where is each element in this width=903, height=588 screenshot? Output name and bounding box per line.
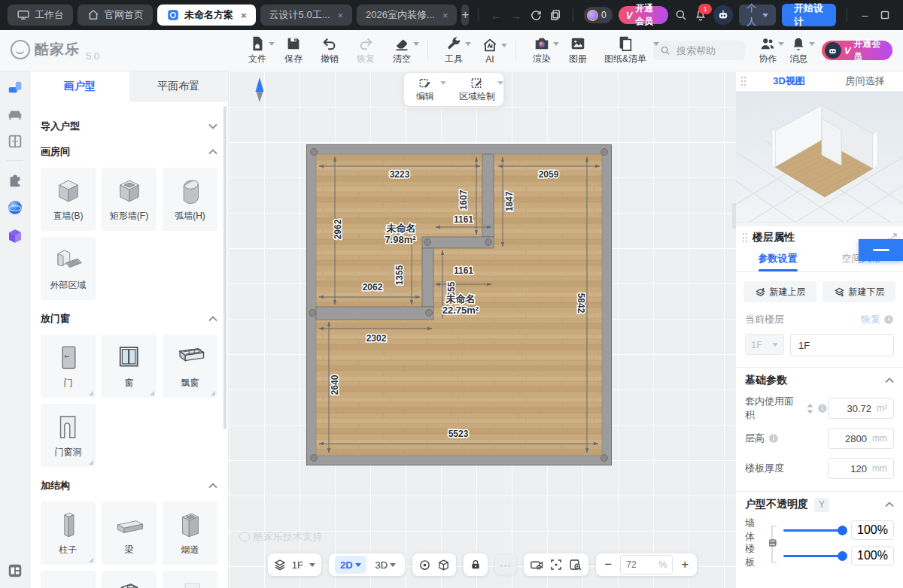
clear-button[interactable]: 清空 xyxy=(385,35,418,65)
tab-parameter-settings[interactable]: 参数设置 xyxy=(736,249,819,271)
item-opening[interactable]: 门窗洞 xyxy=(41,404,96,467)
rail-sphere-tool[interactable] xyxy=(6,199,24,217)
album-button[interactable]: 图册 xyxy=(561,35,594,65)
item-door[interactable]: 门 xyxy=(41,335,96,398)
tab-draw-floorplan[interactable]: 画户型 xyxy=(30,71,129,102)
item-outdoor-area[interactable]: 外部区域 xyxy=(41,237,96,300)
messages-button[interactable]: 消息 xyxy=(783,35,814,65)
rail-layout-panel-button[interactable] xyxy=(7,562,23,579)
window-close-button[interactable]: ✕ xyxy=(899,9,903,21)
floor-select[interactable]: 1F xyxy=(745,334,784,355)
rail-cabinet-tool[interactable] xyxy=(7,133,23,150)
back-button[interactable]: ← xyxy=(489,9,503,22)
section-add-structure[interactable]: 加结构 xyxy=(41,474,217,497)
search-input[interactable] xyxy=(675,44,738,57)
tab-room-select[interactable]: 房间选择 xyxy=(827,74,903,88)
drag-handle-icon[interactable] xyxy=(742,232,748,243)
left-panel-scrollbar[interactable] xyxy=(223,106,227,429)
wall-opacity-slider[interactable] xyxy=(783,529,845,532)
rail-furniture-tool[interactable] xyxy=(7,106,23,123)
tab-3d-view[interactable]: 3D视图 xyxy=(751,74,827,88)
rail-purple-tool[interactable] xyxy=(6,227,24,245)
section-doors-windows[interactable]: 放门窗 xyxy=(41,308,217,330)
redo-button[interactable]: 恢复 xyxy=(349,35,382,65)
item-straight-wall[interactable]: 直墙(B) xyxy=(41,168,96,231)
drag-handle-icon[interactable] xyxy=(740,76,746,86)
tools-menu-button[interactable]: 工具 xyxy=(437,35,470,65)
item-arc-wall[interactable]: 弧墙(H) xyxy=(163,168,217,231)
section-import-floorplan[interactable]: 导入户型 xyxy=(41,115,217,138)
cube-view-button[interactable] xyxy=(437,559,450,571)
item-rect-wall[interactable]: 矩形墙(F) xyxy=(102,168,157,231)
orbit-view-button[interactable] xyxy=(418,559,431,571)
edit-mode-button[interactable]: 编辑 xyxy=(407,77,443,103)
item-pipe-wrap[interactable]: 包管 xyxy=(102,571,157,588)
sheets-lists-button[interactable]: 图纸&清单 xyxy=(597,35,653,65)
zoom-to-page-button[interactable] xyxy=(569,558,582,571)
design-canvas[interactable]: 编辑 区域绘制 xyxy=(229,71,736,588)
item-bay-window[interactable]: 飘窗 xyxy=(163,335,217,398)
start-design-button[interactable]: 开始设计 xyxy=(782,4,836,26)
item-cast-platform[interactable]: 现浇台 xyxy=(163,571,217,588)
mode-3d-button[interactable]: 3D xyxy=(372,559,400,571)
account-menu[interactable]: 个人 xyxy=(739,5,776,26)
zoom-out-button[interactable]: − xyxy=(602,557,614,572)
member-upgrade-pill[interactable]: V 开通会员 xyxy=(822,41,892,60)
search-button[interactable] xyxy=(674,8,688,22)
notifications-button[interactable]: 1 xyxy=(694,8,707,22)
window-maximize-button[interactable] xyxy=(878,8,893,22)
slider-knob[interactable] xyxy=(838,526,847,535)
new-lower-floor-button[interactable]: 新建下层 xyxy=(822,281,895,302)
tab-untitled-plan[interactable]: 未命名方案 × xyxy=(157,5,256,26)
item-flue[interactable]: 烟道 xyxy=(163,502,217,565)
floor-name-input[interactable]: 1F xyxy=(790,334,894,356)
item-column[interactable]: 柱子 xyxy=(41,502,96,565)
rail-plugins-tool[interactable] xyxy=(7,171,23,188)
help-search[interactable] xyxy=(653,41,745,60)
collaborate-button[interactable]: 协作 xyxy=(752,35,783,65)
info-icon[interactable] xyxy=(768,433,779,444)
undo-button[interactable]: 撤销 xyxy=(313,35,346,65)
floor-switcher[interactable]: 1F xyxy=(268,553,321,576)
wall-height-input[interactable]: 2800 mm xyxy=(828,428,894,449)
area-input[interactable]: 30.72 m² xyxy=(828,398,894,419)
item-hole[interactable]: 洞口 xyxy=(41,571,96,588)
close-icon[interactable]: × xyxy=(442,10,448,21)
new-tab-button[interactable]: + xyxy=(461,5,469,26)
save-button[interactable]: 保存 xyxy=(277,35,310,65)
file-menu-button[interactable]: 文件 xyxy=(241,35,274,65)
opacity-header[interactable]: 户型不透明度 Y xyxy=(736,492,903,517)
floorplan-drawing[interactable]: 3223 2059 1607 1847 1161 2962 1355 2062 … xyxy=(306,144,612,465)
item-window[interactable]: 窗 xyxy=(102,335,157,398)
sort-arrows-icon[interactable] xyxy=(807,404,813,414)
zoom-in-button[interactable]: + xyxy=(679,557,691,572)
slab-opacity-input[interactable]: 100 % xyxy=(851,546,894,565)
duplicate-button[interactable] xyxy=(549,8,562,22)
coin-balance[interactable]: 0 xyxy=(584,7,613,23)
tab-2026-decoration[interactable]: 2026室内装修... × xyxy=(357,5,457,26)
3d-preview-viewport[interactable] xyxy=(736,92,903,222)
window-minimize-button[interactable]: – xyxy=(857,9,872,21)
section-draw-rooms[interactable]: 画房间 xyxy=(41,141,217,163)
close-icon[interactable]: × xyxy=(241,10,247,21)
ai-menu-button[interactable]: AI xyxy=(473,37,506,65)
slab-opacity-slider[interactable] xyxy=(783,555,845,557)
collapse-popover[interactable] xyxy=(859,239,903,261)
wall-opacity-input[interactable]: 100 % xyxy=(851,520,894,540)
render-settings-button[interactable] xyxy=(530,558,543,571)
link-sliders-bracket[interactable] xyxy=(769,525,778,564)
restore-link[interactable]: 恢复 xyxy=(861,313,894,326)
tab-floor-layout[interactable]: 平面布置 xyxy=(129,71,229,102)
focus-center-button[interactable] xyxy=(549,558,563,571)
render-button[interactable]: 渲染 xyxy=(525,35,558,65)
lock-button[interactable] xyxy=(470,559,482,571)
forward-button[interactable]: → xyxy=(509,9,522,22)
tab-cloud-design[interactable]: 云设计5.0工... × xyxy=(260,5,353,26)
upgrade-member-button[interactable]: V 开通会员 xyxy=(619,6,668,24)
more-tools-button[interactable]: ··· xyxy=(495,555,516,574)
slab-thickness-input[interactable]: 120 mm xyxy=(828,458,894,479)
zoom-level-input[interactable]: 72 % xyxy=(620,555,673,574)
new-upper-floor-button[interactable]: 新建上层 xyxy=(743,281,816,302)
info-icon[interactable] xyxy=(817,403,828,414)
close-icon[interactable]: × xyxy=(338,10,344,21)
